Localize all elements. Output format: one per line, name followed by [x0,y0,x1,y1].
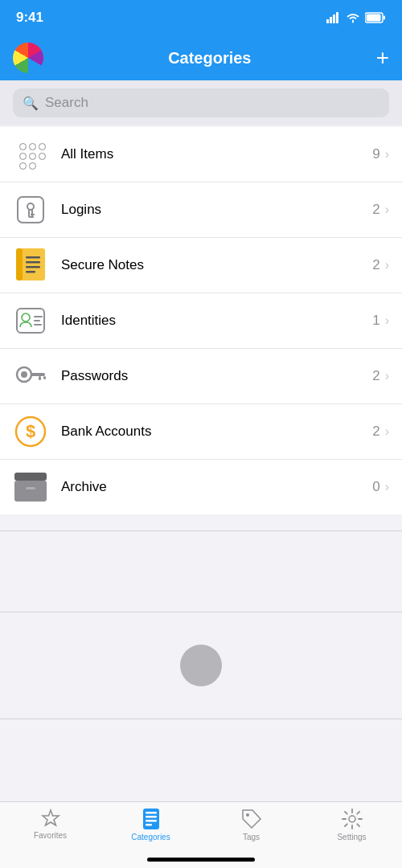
list-item[interactable]: Archive 0 › [0,460,402,514]
tab-label: Tags [243,833,260,841]
logins-icon [13,192,48,227]
svg-rect-14 [26,256,40,259]
category-count: 2 [372,202,379,218]
passwords-icon [13,358,48,394]
svg-rect-34 [146,812,157,814]
chevron-icon: › [385,258,389,272]
svg-rect-1 [330,17,332,23]
category-label: Passwords [61,368,372,384]
category-label: Bank Accounts [61,424,372,440]
category-count: 1 [372,313,379,329]
search-bar: 🔍 Search [0,80,402,125]
svg-point-38 [246,813,249,817]
svg-rect-30 [14,473,47,481]
svg-rect-36 [146,820,157,822]
home-indicator [147,858,255,862]
archive-icon [13,469,48,505]
svg-point-39 [349,816,355,822]
status-icons [326,12,386,23]
chevron-icon: › [385,369,389,383]
svg-rect-32 [26,487,35,489]
svg-rect-13 [16,248,23,280]
svg-rect-27 [43,376,46,379]
tab-label: Favorites [34,831,67,840]
svg-rect-12 [20,248,45,280]
category-label: Logins [61,202,372,218]
empty-space [0,531,402,612]
svg-rect-3 [336,12,338,23]
svg-rect-6 [367,14,381,22]
svg-point-8 [27,203,34,210]
bottom-spacer [0,719,402,784]
svg-rect-10 [31,214,35,215]
category-label: Secure Notes [61,257,372,273]
add-button[interactable]: + [376,47,389,69]
list-item[interactable]: Passwords 2 › [0,349,402,404]
category-count: 2 [372,368,379,384]
categories-icon [142,809,161,829]
list-item[interactable]: Secure Notes 2 › [0,238,402,293]
chevron-icon: › [385,313,389,328]
settings-icon [342,809,363,829]
tab-label: Categories [131,833,170,841]
svg-rect-5 [384,16,385,20]
scanner-area [0,612,402,719]
svg-rect-0 [326,19,329,23]
tab-label: Settings [337,833,366,841]
list-item[interactable]: Identities 1 › [0,293,402,349]
svg-rect-2 [333,14,335,23]
svg-rect-20 [34,316,43,317]
app-logo [13,43,43,73]
nav-title: Categories [168,49,251,68]
svg-rect-37 [146,824,152,826]
svg-rect-25 [31,373,45,376]
svg-rect-35 [146,816,157,818]
search-icon: 🔍 [23,96,39,111]
favorites-icon [40,809,61,828]
category-label: Identities [61,313,372,329]
svg-rect-15 [26,261,40,264]
list-item[interactable]: Logins 2 › [0,182,402,238]
tab-tags[interactable]: Tags [201,809,302,841]
chevron-icon: › [385,424,389,439]
status-bar: 9:41 [0,0,402,35]
signal-icon [326,12,341,23]
wifi-icon [346,12,360,23]
battery-icon [365,12,386,23]
svg-rect-11 [31,216,34,218]
tab-settings[interactable]: Settings [302,809,402,841]
svg-text:$: $ [26,421,35,441]
category-label: Archive [61,479,372,495]
list-item[interactable]: All Items 9 › [0,127,402,182]
tab-favorites[interactable]: Favorites [0,809,100,840]
chevron-icon: › [385,480,389,494]
status-time: 9:41 [16,10,43,26]
chevron-icon: › [385,147,389,162]
category-list: All Items 9 › Logins 2 › [0,127,402,514]
bank-accounts-icon: $ [13,414,48,449]
tab-categories[interactable]: Categories [100,809,201,841]
category-count: 0 [372,479,379,495]
identities-icon [13,303,48,338]
svg-rect-21 [34,320,40,321]
svg-point-19 [22,313,30,321]
chevron-icon: › [385,203,389,217]
svg-rect-22 [34,324,42,326]
tags-icon [241,809,262,829]
svg-rect-17 [26,271,35,273]
gray-circle-button[interactable] [180,645,222,686]
spacer-top [0,514,402,530]
all-items-icon [13,137,48,172]
category-count: 2 [372,257,379,273]
search-field[interactable]: 🔍 Search [13,88,389,117]
content-area: All Items 9 › Logins 2 › [0,127,402,850]
svg-rect-16 [26,266,40,268]
search-placeholder-text: Search [45,95,88,111]
category-count: 2 [372,424,379,440]
category-count: 9 [372,146,379,162]
nav-bar: Categories + [0,35,402,80]
category-label: All Items [61,146,372,162]
list-item[interactable]: $ Bank Accounts 2 › [0,404,402,460]
svg-rect-31 [14,481,47,502]
svg-rect-33 [143,809,159,829]
